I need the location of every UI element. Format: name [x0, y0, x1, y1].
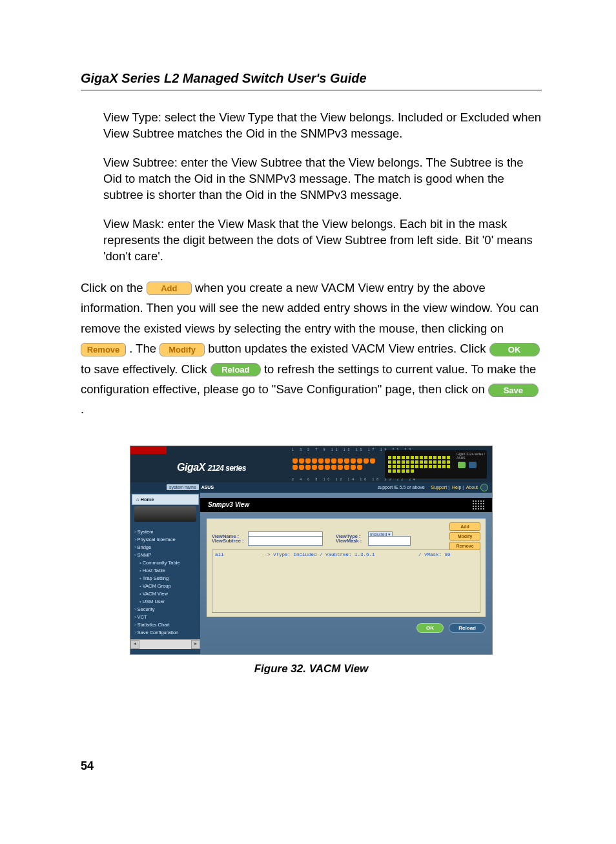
scroll-left-icon[interactable]: ◂ [130, 640, 139, 649]
sidebar-scrollbar[interactable]: ◂ ▸ [130, 639, 200, 649]
help-icon[interactable] [469, 462, 477, 468]
paragraph-view-subtree: View Subtree: enter the View Subtree tha… [103, 155, 542, 203]
remove-button[interactable]: Remove [449, 542, 480, 550]
logout-icon[interactable] [480, 484, 488, 491]
figure-caption: Figure 32. VACM View [81, 663, 542, 675]
sidebar-item-label: Physical Interface [138, 537, 176, 542]
modify-button-image: Modify [159, 343, 205, 356]
sidebar-item[interactable]: ›System [134, 528, 196, 536]
sidebar-item[interactable]: ›SNMP [134, 551, 196, 559]
home-button[interactable]: ⌂ Home [132, 494, 199, 505]
panel-title: Snmpv3 View [208, 501, 249, 508]
sidebar-item[interactable]: •Community Table [134, 559, 196, 567]
sidebar-item-label: Bridge [138, 544, 152, 550]
add-button-image: Add [147, 282, 192, 295]
save-button-image: Save [488, 384, 539, 397]
document-title: GigaX Series L2 Managed Switch User's Gu… [81, 71, 542, 90]
sidebar-item[interactable]: ›Physical Interface [134, 536, 196, 544]
help-link[interactable]: Help [452, 485, 461, 489]
view-subtree-label: ViewSubtree : [212, 538, 248, 544]
sidebar-item[interactable]: •Trap Setting [134, 575, 196, 582]
sidebar-item[interactable]: ›Statistics Chart [134, 621, 196, 629]
text-fragment: button updates the existed VACM View ent… [208, 342, 489, 355]
support-text: support IE 5.5 or above [378, 485, 425, 489]
sidebar-item-label: VACM View [143, 591, 168, 597]
led-grid [385, 450, 455, 479]
panel-title-decoration-icon [473, 500, 484, 509]
switch-thumbnail [134, 506, 196, 522]
sidebar-item-label: VACM Group [143, 583, 171, 589]
sidebar-item-label: Security [138, 606, 155, 612]
text-fragment: Click on the [81, 281, 147, 294]
asus-logo-strip [130, 446, 167, 454]
text-fragment: . The [129, 342, 159, 355]
add-button[interactable]: Add [449, 522, 480, 531]
support-link[interactable]: Support [431, 485, 447, 489]
sidebar-item-label: Community Table [143, 560, 180, 566]
sidebar-item[interactable]: ›Security [134, 606, 196, 613]
sidebar-item-label: System [138, 529, 154, 535]
sidebar-item-label: VCT [138, 614, 147, 620]
sidebar-item[interactable]: ›Save Configuration [134, 629, 196, 637]
reload-button[interactable]: Reload [449, 623, 486, 633]
sidebar-item-label: Host Table [143, 568, 165, 573]
sidebar-item-label: Statistics Chart [138, 622, 170, 628]
modify-button[interactable]: Modify [449, 532, 480, 540]
sidebar-item[interactable]: •USM User [134, 598, 196, 606]
status-text: GigaX 2124 series / ASUS [457, 452, 485, 460]
page-number: 54 [81, 759, 542, 773]
ok-button[interactable]: OK [416, 623, 444, 633]
view-mask-input[interactable] [368, 536, 411, 546]
paragraph-view-type: View Type: select the View Type that the… [103, 110, 542, 142]
reload-button-image: Reload [210, 363, 261, 376]
text-fragment: . [81, 402, 84, 416]
scroll-right-icon[interactable]: ▸ [191, 640, 200, 649]
sidebar-item-label: SNMP [138, 552, 152, 558]
sidebar-item[interactable]: ›VCT [134, 613, 196, 621]
about-link[interactable]: About [466, 485, 478, 489]
port-graphic [292, 453, 376, 476]
sidebar-item[interactable]: •VACM View [134, 590, 196, 598]
sidebar-item-label: Trap Setting [143, 575, 169, 581]
top-links: Support| Help| About [431, 485, 478, 489]
sidebar-item[interactable]: ›Bridge [134, 544, 196, 551]
remove-button-image: Remove [81, 343, 126, 356]
sidebar-item[interactable]: •Host Table [134, 567, 196, 575]
sidebar-item-label: Save Configuration [138, 630, 179, 635]
view-mask-label: ViewMask : [336, 538, 368, 544]
view-subtree-input[interactable] [248, 536, 323, 546]
system-name-label: system name [167, 484, 199, 490]
sidebar-nav: ›System›Physical Interface›Bridge›SNMP•C… [130, 526, 200, 639]
vacm-view-screenshot: GigaX2124 series 1 3 5 7 9 11 13 15 17 1… [130, 446, 493, 655]
text-fragment: to save effectively. Click [81, 362, 210, 376]
sidebar-item[interactable]: •VACM Group [134, 582, 196, 590]
form-area: ViewName : ViewType : Included ▾ Add Mod… [207, 519, 486, 617]
view-listing[interactable]: all --> vType: Included / vSubtree: 1.3.… [212, 550, 480, 613]
paragraph-view-mask: View Mask: enter the View Mask that the … [103, 216, 542, 265]
paragraph-instructions: Click on the Add when you create a new V… [81, 278, 542, 420]
ok-button-image: OK [489, 343, 540, 356]
system-name-value: ASUS [201, 485, 214, 489]
gigax-logo: GigaX2124 series [177, 462, 246, 473]
disk-icon[interactable] [458, 462, 466, 468]
sidebar-item-label: USM User [143, 599, 165, 604]
status-panel: GigaX 2124 series / ASUS [385, 450, 487, 479]
